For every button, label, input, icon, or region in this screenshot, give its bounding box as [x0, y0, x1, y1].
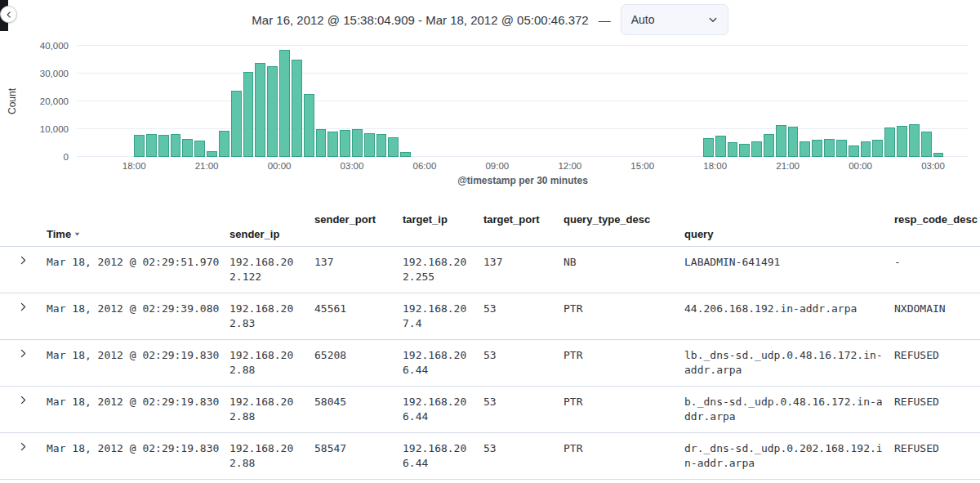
cell-target_ip: 192.168.206.44 — [403, 433, 483, 471]
cell-target_port: 53 — [483, 340, 564, 363]
expand-row-button[interactable] — [17, 254, 29, 266]
documents-table: Timesender_ipsender_porttarget_iptarget_… — [0, 204, 980, 480]
histogram-bar[interactable] — [800, 141, 810, 157]
date-range-label: Mar 16, 2012 @ 15:38:04.909 - Mar 18, 20… — [252, 13, 588, 27]
expand-row-button[interactable] — [17, 347, 29, 360]
cell-query_type_desc: PTR — [564, 433, 684, 456]
histogram-bar[interactable] — [703, 138, 714, 157]
histogram-bar[interactable] — [352, 129, 363, 157]
x-tick-label: 21:00 — [776, 161, 800, 171]
histogram-bar[interactable] — [134, 135, 145, 157]
column-header-label: target_ip — [403, 213, 448, 226]
histogram-bar[interactable] — [267, 66, 278, 157]
expand-row-button[interactable] — [17, 301, 29, 313]
histogram-bar[interactable] — [909, 124, 920, 157]
histogram-bar[interactable] — [872, 140, 883, 157]
cell-query: dr._dns-sd._udp.0.202.168.192.in-addr.ar… — [684, 433, 894, 471]
histogram-bar[interactable] — [921, 132, 932, 157]
cell-target_ip: 192.168.206.44 — [403, 340, 483, 378]
histogram-bar[interactable] — [751, 141, 762, 157]
chevron-right-icon — [19, 302, 28, 311]
discover-page: Mar 16, 2012 @ 15:38:04.909 - Mar 18, 20… — [0, 0, 980, 483]
cell-target_ip: 192.168.206.44 — [403, 387, 483, 424]
histogram-bar[interactable] — [897, 126, 907, 157]
histogram-bar[interactable] — [279, 50, 290, 157]
histogram-bar[interactable] — [739, 144, 750, 157]
histogram-bar[interactable] — [715, 136, 726, 157]
histogram-bar[interactable] — [171, 134, 181, 157]
histogram-bar[interactable] — [364, 133, 375, 157]
histogram-chart: Count 010,00020,00030,00040,000 18:0021:… — [0, 46, 980, 191]
histogram-bar[interactable] — [231, 91, 242, 157]
histogram-bar[interactable] — [861, 141, 871, 157]
histogram-bar[interactable] — [836, 140, 847, 157]
expander-cell — [0, 387, 47, 408]
expand-row-button[interactable] — [17, 394, 29, 406]
histogram-bar[interactable] — [376, 134, 387, 157]
x-tick-label: 06:00 — [413, 161, 437, 171]
histogram-bar[interactable] — [788, 127, 799, 157]
histogram-bar[interactable] — [146, 134, 157, 157]
histogram-bar[interactable] — [340, 130, 350, 157]
cell-sender_ip: 192.168.202.122 — [229, 247, 314, 284]
histogram-bar[interactable] — [812, 140, 822, 157]
histogram-bar[interactable] — [243, 72, 254, 157]
histogram-bar[interactable] — [194, 141, 205, 157]
cell-target_port: 137 — [483, 247, 564, 270]
cell-sender_ip: 192.168.202.88 — [229, 387, 314, 424]
cell-query: 44.206.168.192.in-addr.arpa — [684, 293, 894, 316]
cell-sender_port: 137 — [314, 247, 403, 270]
gridline — [77, 45, 969, 46]
chevron-right-icon — [19, 396, 28, 405]
cell-resp_code_desc: - — [894, 247, 980, 270]
cell-query_type_desc: PTR — [564, 340, 684, 363]
cell-sender_port: 58045 — [314, 387, 403, 409]
histogram-bar[interactable] — [884, 127, 895, 157]
histogram-bar[interactable] — [728, 142, 738, 157]
table-row: Mar 18, 2012 @ 02:29:39.080192.168.202.8… — [0, 293, 980, 340]
histogram-bar[interactable] — [764, 134, 774, 157]
histogram-bar[interactable] — [327, 132, 338, 157]
histogram-bar[interactable] — [304, 94, 314, 157]
gridline — [77, 73, 969, 74]
histogram-plot-area[interactable] — [77, 46, 969, 157]
table-body: Mar 18, 2012 @ 02:29:51.970192.168.202.1… — [0, 247, 980, 480]
histogram-bar[interactable] — [776, 125, 786, 157]
column-header-resp_code_desc: resp_code_desc — [894, 204, 980, 246]
interval-select[interactable]: Auto — [621, 4, 728, 35]
expander-cell — [0, 247, 47, 268]
interval-select-value: Auto — [631, 13, 655, 26]
collapse-sidebar-button[interactable] — [0, 6, 17, 23]
cell-target_port: 53 — [483, 433, 564, 456]
cell-query_type_desc: PTR — [564, 387, 684, 409]
histogram-bar[interactable] — [219, 131, 229, 157]
chevron-right-icon — [19, 442, 28, 451]
x-tick-label: 00:00 — [268, 161, 292, 171]
x-tick-label: 03:00 — [341, 161, 364, 171]
histogram-bar[interactable] — [824, 139, 835, 157]
column-header-target_ip: target_ip — [403, 204, 483, 246]
y-tick-label: 30,000 — [40, 69, 69, 78]
expander-cell — [0, 340, 47, 361]
column-header-label: query — [684, 228, 713, 240]
histogram-bar[interactable] — [255, 63, 265, 157]
column-header-time[interactable]: Time — [47, 204, 229, 246]
histogram-bar[interactable] — [388, 137, 399, 157]
table-row: Mar 18, 2012 @ 02:29:19.830192.168.202.8… — [0, 433, 980, 480]
x-tick-label: 18:00 — [703, 161, 727, 171]
histogram-bar[interactable] — [292, 60, 302, 157]
x-tick-label: 03:00 — [921, 161, 945, 171]
x-axis-ticks: 18:0021:0000:0003:0006:0009:0012:0015:00… — [77, 157, 969, 175]
histogram-bar[interactable] — [158, 135, 169, 157]
histogram-bar[interactable] — [849, 145, 859, 157]
histogram-bar[interactable] — [207, 151, 217, 157]
expand-row-button[interactable] — [17, 441, 29, 453]
chevron-down-icon — [708, 15, 718, 25]
expander-column-header — [0, 204, 47, 246]
histogram-bar[interactable] — [316, 129, 327, 157]
cell-resp_code_desc: REFUSED — [894, 340, 980, 363]
cell-resp_code_desc: NXDOMAIN — [894, 293, 980, 316]
histogram-bar[interactable] — [182, 139, 193, 157]
cell-target_ip: 192.168.202.255 — [403, 247, 483, 284]
y-tick-label: 40,000 — [40, 41, 69, 51]
